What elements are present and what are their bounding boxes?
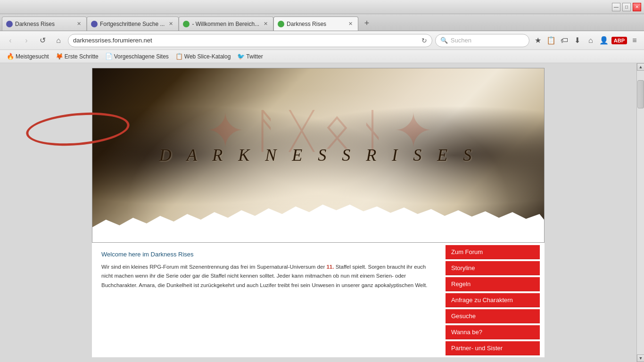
- home-nav-icon[interactable]: ⌂: [585, 35, 596, 46]
- reload-button[interactable]: ↺: [36, 34, 49, 47]
- body-text-line3: Buchcharakter. Amara, die Dunkelheit ist…: [101, 282, 427, 288]
- download-icon[interactable]: ⬇: [572, 35, 583, 46]
- welcome-title: Welcome here im Darkness Rises: [101, 250, 431, 260]
- side-btn-anfrage[interactable]: Anfrage zu Charaktern: [446, 293, 540, 307]
- bookmark-label-vorgeschlagene: Vorgeschlagene Sites: [114, 53, 169, 60]
- tab-close-1[interactable]: ✕: [75, 20, 83, 28]
- bookmark-label-twitter: Twitter: [246, 53, 263, 60]
- tab-darkness-rises-1[interactable]: Darkness Rises ✕: [2, 16, 87, 31]
- bookmark-meistgesucht[interactable]: 🔥 Meistgesucht: [4, 52, 52, 61]
- side-nav: Zum Forum Storyline Regeln Anfrage zu Ch…: [441, 243, 545, 357]
- tab-icon-3: [183, 21, 190, 27]
- body-text-part1: Wir sind ein kleines RPG-Forum mit Szene…: [101, 264, 326, 270]
- scrollbar[interactable]: ▲ ▼: [636, 63, 644, 362]
- url-bar[interactable]: darknessrises.forumieren.net ↻: [68, 34, 432, 47]
- side-btn-partner[interactable]: Partner- und Sister: [446, 341, 540, 355]
- maximize-button[interactable]: □: [622, 3, 631, 11]
- close-button[interactable]: ✕: [633, 3, 641, 11]
- tab-darkness-rises-4[interactable]: Darkness Rises ✕: [273, 16, 358, 31]
- side-btn-wanna[interactable]: Wanna be?: [446, 325, 540, 339]
- browser-window: — □ ✕ Darkness Rises ✕ Fortgeschrittene …: [0, 0, 644, 362]
- pocket-icon[interactable]: 🏷: [559, 35, 570, 46]
- tab-label-4: Darkness Rises: [287, 21, 344, 27]
- scrollbar-down[interactable]: ▼: [637, 354, 644, 362]
- tab-willkommen[interactable]: - Willkommen im Bereich... ✕: [179, 16, 273, 31]
- highlight-num: 11.: [326, 264, 334, 270]
- tab-label-1: Darkness Rises: [15, 21, 73, 27]
- bookmark-webslice[interactable]: 📋 Web Slice-Katalog: [173, 52, 234, 61]
- title-bar: — □ ✕: [0, 0, 644, 14]
- body-text-line2: nicht machen wenn ihr die Serie oder gar…: [101, 273, 406, 279]
- side-btn-storyline[interactable]: Storyline: [446, 261, 540, 275]
- tab-icon-1: [6, 21, 13, 27]
- url-refresh-icon[interactable]: ↻: [421, 37, 427, 44]
- search-bar[interactable]: 🔍 Suchen: [435, 34, 529, 47]
- twitter-icon: 🐦: [237, 53, 245, 60]
- tab-close-4[interactable]: ✕: [347, 20, 354, 28]
- webslice-icon: 📋: [175, 53, 183, 60]
- tab-fortgeschrittene[interactable]: Fortgeschrittene Suche ... ✕: [87, 16, 179, 31]
- page-content: ▲ ▼ ✦ ᚨ ᚷ ᛟ ᚾ ✦ D A R K N E S S R I S E …: [0, 63, 644, 362]
- tab-label-2: Fortgeschrittene Suche ...: [100, 21, 165, 27]
- new-tab-button[interactable]: +: [360, 16, 373, 30]
- menu-icon[interactable]: ≡: [629, 35, 640, 46]
- scrollbar-thumb[interactable]: [637, 80, 644, 108]
- bookmark-vorgeschlagene[interactable]: 📄 Vorgeschlagene Sites: [102, 52, 172, 61]
- vorgeschlagene-icon: 📄: [105, 53, 113, 60]
- nav-icons-group: ★ 📋 🏷 ⬇ ⌂ 👤 ABP ≡: [532, 35, 640, 46]
- bookmark-label-webslice: Web Slice-Katalog: [184, 53, 231, 60]
- home-button[interactable]: ⌂: [52, 34, 65, 47]
- side-btn-regeln[interactable]: Regeln: [446, 277, 540, 291]
- content-left: Welcome here im Darkness Rises Wir sind …: [92, 243, 441, 357]
- meistgesucht-icon: 🔥: [7, 53, 14, 60]
- body-text-part2: Staffel spielt. Sorgen braucht ihr euch: [334, 264, 426, 270]
- abp-button[interactable]: ABP: [611, 37, 627, 44]
- welcome-text: Wir sind ein kleines RPG-Forum mit Szene…: [101, 263, 431, 290]
- content-area: Welcome here im Darkness Rises Wir sind …: [92, 243, 545, 357]
- bookmark-erste-schritte[interactable]: 🦊 Erste Schritte: [53, 52, 101, 61]
- hero-title: D A R K N E S S R I S E S: [159, 145, 478, 165]
- welcome-link[interactable]: here im Darkness Rises: [129, 251, 194, 258]
- website-container: ✦ ᚨ ᚷ ᛟ ᚾ ✦ D A R K N E S S R I S E S We…: [0, 63, 636, 362]
- minimize-button[interactable]: —: [612, 3, 620, 11]
- url-text: darknessrises.forumieren.net: [73, 37, 421, 44]
- search-placeholder: Suchen: [451, 37, 471, 44]
- back-button[interactable]: ‹: [4, 34, 17, 47]
- hero-banner: ✦ ᚨ ᚷ ᛟ ᚾ ✦ D A R K N E S S R I S E S: [92, 68, 545, 243]
- tab-close-3[interactable]: ✕: [262, 20, 269, 28]
- forward-button[interactable]: ›: [20, 34, 33, 47]
- tab-bar: Darkness Rises ✕ Fortgeschrittene Suche …: [0, 14, 644, 31]
- tab-icon-4: [278, 21, 284, 27]
- nav-bar: ‹ › ↺ ⌂ darknessrises.forumieren.net ↻ 🔍…: [0, 31, 644, 50]
- tab-icon-2: [91, 21, 98, 27]
- scrollbar-up[interactable]: ▲: [637, 63, 644, 71]
- sync-icon[interactable]: 👤: [598, 35, 610, 46]
- erste-schritte-icon: 🦊: [56, 53, 63, 60]
- side-btn-forum[interactable]: Zum Forum: [446, 245, 540, 259]
- side-btn-gesuche[interactable]: Gesuche: [446, 309, 540, 323]
- bookmarks-bar: 🔥 Meistgesucht 🦊 Erste Schritte 📄 Vorges…: [0, 50, 644, 63]
- bookmark-label-meistgesucht: Meistgesucht: [16, 53, 49, 60]
- tab-close-2[interactable]: ✕: [167, 20, 174, 28]
- tab-label-3: - Willkommen im Bereich...: [192, 21, 259, 27]
- bookmark-twitter[interactable]: 🐦 Twitter: [234, 52, 265, 61]
- reader-icon[interactable]: 📋: [545, 35, 557, 46]
- search-icon: 🔍: [440, 37, 448, 44]
- bookmark-label-erste-schritte: Erste Schritte: [65, 53, 99, 60]
- bookmark-icon[interactable]: ★: [532, 35, 544, 46]
- window-controls: — □ ✕: [612, 3, 641, 11]
